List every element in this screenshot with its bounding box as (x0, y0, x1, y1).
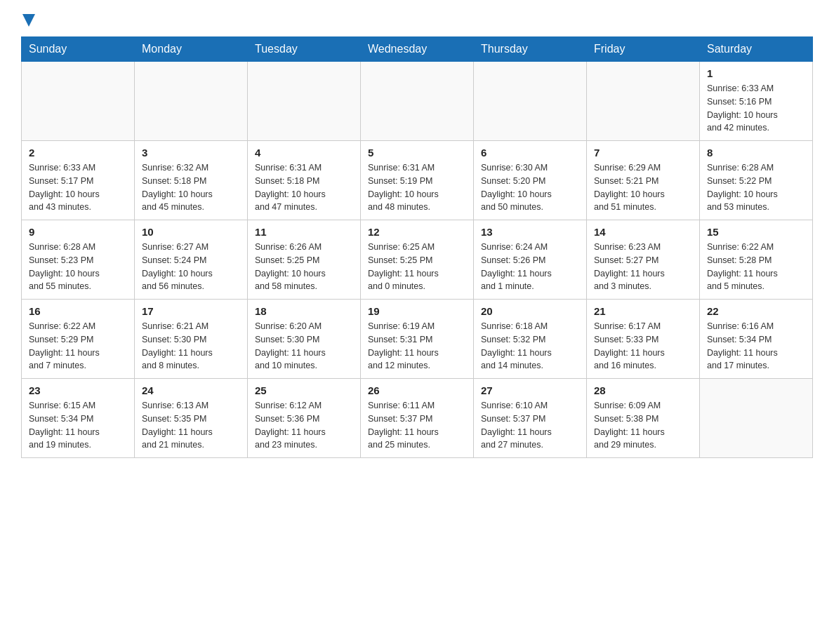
day-number: 4 (255, 147, 353, 159)
day-number: 3 (142, 147, 240, 159)
calendar-cell (248, 62, 361, 141)
calendar-cell: 18Sunrise: 6:20 AM Sunset: 5:30 PM Dayli… (248, 300, 361, 379)
calendar-cell: 6Sunrise: 6:30 AM Sunset: 5:20 PM Daylig… (474, 141, 587, 220)
day-info: Sunrise: 6:21 AM Sunset: 5:30 PM Dayligh… (142, 320, 240, 373)
calendar-cell: 25Sunrise: 6:12 AM Sunset: 5:36 PM Dayli… (248, 379, 361, 458)
weekday-header-saturday: Saturday (700, 37, 813, 62)
day-info: Sunrise: 6:32 AM Sunset: 5:18 PM Dayligh… (142, 161, 240, 214)
day-number: 28 (594, 384, 692, 396)
day-info: Sunrise: 6:23 AM Sunset: 5:27 PM Dayligh… (594, 241, 692, 293)
day-number: 5 (368, 147, 466, 159)
calendar-cell: 19Sunrise: 6:19 AM Sunset: 5:31 PM Dayli… (361, 300, 474, 379)
day-info: Sunrise: 6:24 AM Sunset: 5:26 PM Dayligh… (481, 241, 579, 293)
day-number: 15 (707, 226, 805, 238)
calendar-cell: 14Sunrise: 6:23 AM Sunset: 5:27 PM Dayli… (587, 220, 700, 300)
day-info: Sunrise: 6:16 AM Sunset: 5:34 PM Dayligh… (707, 320, 805, 373)
day-info: Sunrise: 6:18 AM Sunset: 5:32 PM Dayligh… (481, 320, 579, 373)
logo-triangle-icon (22, 14, 35, 27)
calendar-cell: 15Sunrise: 6:22 AM Sunset: 5:28 PM Dayli… (700, 220, 813, 300)
day-number: 13 (481, 226, 579, 238)
weekday-header-wednesday: Wednesday (361, 37, 474, 62)
day-info: Sunrise: 6:11 AM Sunset: 5:37 PM Dayligh… (368, 399, 466, 452)
day-number: 11 (255, 226, 353, 238)
calendar-cell: 21Sunrise: 6:17 AM Sunset: 5:33 PM Dayli… (587, 300, 700, 379)
day-info: Sunrise: 6:20 AM Sunset: 5:30 PM Dayligh… (255, 320, 353, 373)
day-info: Sunrise: 6:15 AM Sunset: 5:34 PM Dayligh… (29, 399, 127, 452)
page-header (21, 14, 813, 29)
day-info: Sunrise: 6:26 AM Sunset: 5:25 PM Dayligh… (255, 241, 353, 293)
calendar-cell: 2Sunrise: 6:33 AM Sunset: 5:17 PM Daylig… (22, 141, 135, 220)
calendar-cell: 24Sunrise: 6:13 AM Sunset: 5:35 PM Dayli… (135, 379, 248, 458)
day-info: Sunrise: 6:13 AM Sunset: 5:35 PM Dayligh… (142, 399, 240, 452)
day-number: 17 (142, 305, 240, 317)
calendar-table: SundayMondayTuesdayWednesdayThursdayFrid… (21, 36, 813, 458)
day-info: Sunrise: 6:19 AM Sunset: 5:31 PM Dayligh… (368, 320, 466, 373)
week-row-5: 23Sunrise: 6:15 AM Sunset: 5:34 PM Dayli… (22, 379, 813, 458)
calendar-cell (474, 62, 587, 141)
week-row-4: 16Sunrise: 6:22 AM Sunset: 5:29 PM Dayli… (22, 300, 813, 379)
calendar-cell (135, 62, 248, 141)
day-info: Sunrise: 6:27 AM Sunset: 5:24 PM Dayligh… (142, 241, 240, 293)
day-number: 14 (594, 226, 692, 238)
logo (21, 14, 35, 29)
day-info: Sunrise: 6:25 AM Sunset: 5:25 PM Dayligh… (368, 241, 466, 293)
day-info: Sunrise: 6:22 AM Sunset: 5:28 PM Dayligh… (707, 241, 805, 293)
calendar-cell: 28Sunrise: 6:09 AM Sunset: 5:38 PM Dayli… (587, 379, 700, 458)
weekday-header-friday: Friday (587, 37, 700, 62)
day-info: Sunrise: 6:33 AM Sunset: 5:17 PM Dayligh… (29, 161, 127, 214)
calendar-cell: 9Sunrise: 6:28 AM Sunset: 5:23 PM Daylig… (22, 220, 135, 300)
calendar-cell: 1Sunrise: 6:33 AM Sunset: 5:16 PM Daylig… (700, 62, 813, 141)
calendar-cell: 17Sunrise: 6:21 AM Sunset: 5:30 PM Dayli… (135, 300, 248, 379)
calendar-cell: 10Sunrise: 6:27 AM Sunset: 5:24 PM Dayli… (135, 220, 248, 300)
day-number: 8 (707, 147, 805, 159)
day-number: 27 (481, 384, 579, 396)
svg-marker-0 (22, 14, 35, 27)
day-number: 23 (29, 384, 127, 396)
day-info: Sunrise: 6:12 AM Sunset: 5:36 PM Dayligh… (255, 399, 353, 452)
calendar-cell: 20Sunrise: 6:18 AM Sunset: 5:32 PM Dayli… (474, 300, 587, 379)
calendar-cell (700, 379, 813, 458)
calendar-cell: 26Sunrise: 6:11 AM Sunset: 5:37 PM Dayli… (361, 379, 474, 458)
day-number: 9 (29, 226, 127, 238)
calendar-cell: 22Sunrise: 6:16 AM Sunset: 5:34 PM Dayli… (700, 300, 813, 379)
calendar-cell: 16Sunrise: 6:22 AM Sunset: 5:29 PM Dayli… (22, 300, 135, 379)
day-info: Sunrise: 6:31 AM Sunset: 5:19 PM Dayligh… (368, 161, 466, 214)
calendar-cell: 5Sunrise: 6:31 AM Sunset: 5:19 PM Daylig… (361, 141, 474, 220)
day-info: Sunrise: 6:10 AM Sunset: 5:37 PM Dayligh… (481, 399, 579, 452)
day-number: 16 (29, 305, 127, 317)
day-info: Sunrise: 6:31 AM Sunset: 5:18 PM Dayligh… (255, 161, 353, 214)
calendar-cell (587, 62, 700, 141)
day-number: 6 (481, 147, 579, 159)
week-row-2: 2Sunrise: 6:33 AM Sunset: 5:17 PM Daylig… (22, 141, 813, 220)
day-number: 10 (142, 226, 240, 238)
weekday-header-row: SundayMondayTuesdayWednesdayThursdayFrid… (22, 37, 813, 62)
calendar-cell: 12Sunrise: 6:25 AM Sunset: 5:25 PM Dayli… (361, 220, 474, 300)
calendar-cell: 13Sunrise: 6:24 AM Sunset: 5:26 PM Dayli… (474, 220, 587, 300)
weekday-header-tuesday: Tuesday (248, 37, 361, 62)
day-number: 24 (142, 384, 240, 396)
day-number: 2 (29, 147, 127, 159)
day-info: Sunrise: 6:29 AM Sunset: 5:21 PM Dayligh… (594, 161, 692, 214)
day-info: Sunrise: 6:28 AM Sunset: 5:23 PM Dayligh… (29, 241, 127, 293)
day-number: 21 (594, 305, 692, 317)
day-info: Sunrise: 6:17 AM Sunset: 5:33 PM Dayligh… (594, 320, 692, 373)
weekday-header-thursday: Thursday (474, 37, 587, 62)
day-number: 25 (255, 384, 353, 396)
calendar-cell (22, 62, 135, 141)
day-info: Sunrise: 6:09 AM Sunset: 5:38 PM Dayligh… (594, 399, 692, 452)
calendar-cell: 7Sunrise: 6:29 AM Sunset: 5:21 PM Daylig… (587, 141, 700, 220)
calendar-cell: 4Sunrise: 6:31 AM Sunset: 5:18 PM Daylig… (248, 141, 361, 220)
day-info: Sunrise: 6:33 AM Sunset: 5:16 PM Dayligh… (707, 82, 805, 135)
calendar-cell: 3Sunrise: 6:32 AM Sunset: 5:18 PM Daylig… (135, 141, 248, 220)
day-info: Sunrise: 6:28 AM Sunset: 5:22 PM Dayligh… (707, 161, 805, 214)
calendar-cell: 27Sunrise: 6:10 AM Sunset: 5:37 PM Dayli… (474, 379, 587, 458)
day-info: Sunrise: 6:22 AM Sunset: 5:29 PM Dayligh… (29, 320, 127, 373)
weekday-header-monday: Monday (135, 37, 248, 62)
calendar-cell (361, 62, 474, 141)
week-row-1: 1Sunrise: 6:33 AM Sunset: 5:16 PM Daylig… (22, 62, 813, 141)
calendar-cell: 11Sunrise: 6:26 AM Sunset: 5:25 PM Dayli… (248, 220, 361, 300)
day-number: 19 (368, 305, 466, 317)
day-number: 18 (255, 305, 353, 317)
calendar-cell: 23Sunrise: 6:15 AM Sunset: 5:34 PM Dayli… (22, 379, 135, 458)
day-info: Sunrise: 6:30 AM Sunset: 5:20 PM Dayligh… (481, 161, 579, 214)
